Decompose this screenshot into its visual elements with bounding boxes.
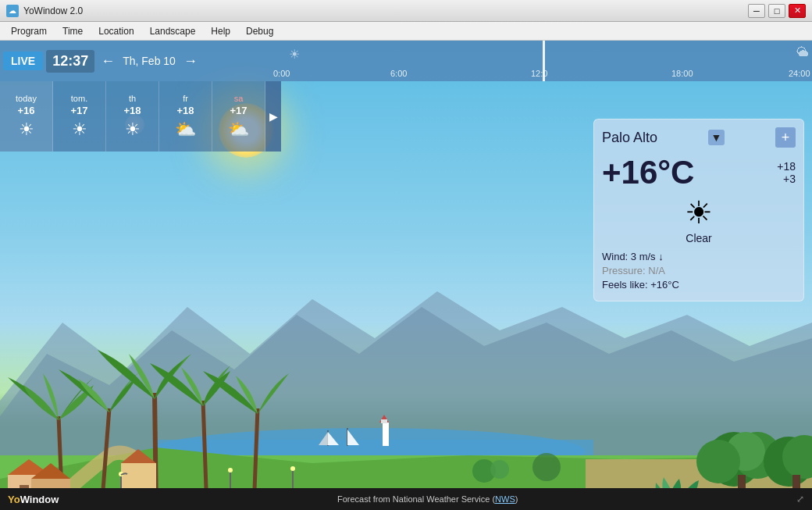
forecast-day5[interactable]: sa +17 ⛅ <box>212 81 265 152</box>
nws-link[interactable]: NWS <box>495 494 515 504</box>
city-dropdown-button[interactable]: ▼ <box>708 130 725 145</box>
top-controls-bar: LIVE 12:37 ← Th, Feb 10 → 0:00 6:00 12:0… <box>0 41 812 81</box>
time-display: 12:37 <box>46 50 94 73</box>
logo-yo: Yo <box>8 494 20 505</box>
menu-help[interactable]: Help <box>203 24 238 38</box>
wind-detail: Wind: 3 m/s ↓ <box>602 251 796 262</box>
menu-landscape[interactable]: Landscape <box>142 24 204 38</box>
timeline-label-3: 18:00 <box>671 69 693 78</box>
timeline-label-4: 24:00 <box>789 69 810 78</box>
main-area: LIVE 12:37 ← Th, Feb 10 → 0:00 6:00 12:0… <box>0 41 812 510</box>
timeline-label-2: 12:0 <box>531 69 547 78</box>
logo-window: Window <box>20 494 59 505</box>
nav-next-button[interactable]: → <box>180 53 201 70</box>
city-name: Palo Alto <box>602 130 657 146</box>
bottom-bar: YoWindow Forecast from National Weather … <box>0 488 812 510</box>
live-section: LIVE 12:37 ← Th, Feb 10 → <box>0 41 204 81</box>
condition-sun-icon: ☀ <box>685 194 713 230</box>
svg-point-42 <box>228 468 233 473</box>
svg-rect-18 <box>121 463 156 490</box>
forecast-strip: today +16 ☀ tom. +17 ☀ th +18 ☀ fr +18 ⛅… <box>0 81 281 152</box>
expand-button[interactable]: ⤢ <box>796 494 804 505</box>
menu-program[interactable]: Program <box>3 24 55 38</box>
menu-bar: Program Time Location Landscape Help Deb… <box>0 22 812 41</box>
close-button[interactable]: ✕ <box>789 4 806 18</box>
menu-location[interactable]: Location <box>91 24 141 38</box>
svg-point-37 <box>490 460 509 479</box>
minimize-button[interactable]: ─ <box>748 4 765 18</box>
status-text: Forecast from National Weather Service (… <box>337 494 518 504</box>
svg-point-38 <box>532 453 561 481</box>
forecast-tomorrow[interactable]: tom. +17 ☀ <box>53 81 106 152</box>
title-bar: ☁ YoWindow 2.0 ─ □ ✕ <box>0 0 812 22</box>
svg-point-44 <box>290 466 295 471</box>
forecast-day3[interactable]: th +18 ☀ <box>106 81 159 152</box>
app-title: YoWindow 2.0 <box>23 5 83 16</box>
temp-high: +18 <box>777 160 796 173</box>
forecast-more-button[interactable]: ▶ <box>265 81 281 152</box>
svg-rect-22 <box>381 419 387 423</box>
temp-low: +3 <box>783 173 796 185</box>
date-display: Th, Feb 10 <box>118 55 180 67</box>
svg-point-31 <box>696 440 740 483</box>
app-logo: YoWindow <box>8 494 59 505</box>
timeline-cloud-icon: ☀ <box>289 47 300 62</box>
city-row: Palo Alto ▼ + <box>602 127 796 148</box>
current-time-marker <box>543 41 545 81</box>
forecast-today[interactable]: today +16 ☀ <box>0 81 53 152</box>
add-city-button[interactable]: + <box>775 127 796 148</box>
weather-panel: Palo Alto ▼ + +16°C +18 +3 ☀ Clear Wind:… <box>593 119 804 301</box>
menu-debug[interactable]: Debug <box>238 24 281 38</box>
title-bar-left: ☁ YoWindow 2.0 <box>6 5 83 17</box>
forecast-day4[interactable]: fr +18 ⛅ <box>159 81 212 152</box>
menu-time[interactable]: Time <box>55 24 91 38</box>
timeline-cloud-icon-2: 🌥 <box>796 45 809 59</box>
condition-text: Clear <box>686 232 711 244</box>
pressure-detail: Pressure: N/A <box>602 265 796 276</box>
temperature-row: +16°C +18 +3 <box>602 154 796 191</box>
feels-like-detail: Feels like: +16°C <box>602 279 796 291</box>
timeline-label-1: 6:00 <box>390 69 407 78</box>
nav-prev-button[interactable]: ← <box>98 53 118 70</box>
svg-rect-20 <box>383 423 389 446</box>
main-temperature: +16°C <box>602 154 694 191</box>
timeline-label-0: 0:00 <box>273 69 290 78</box>
title-bar-controls: ─ □ ✕ <box>748 4 806 18</box>
maximize-button[interactable]: □ <box>768 4 785 18</box>
temperature-range: +18 +3 <box>777 160 796 185</box>
condition-row: ☀ Clear <box>602 194 796 244</box>
live-button[interactable]: LIVE <box>3 52 43 70</box>
app-icon: ☁ <box>6 5 19 17</box>
